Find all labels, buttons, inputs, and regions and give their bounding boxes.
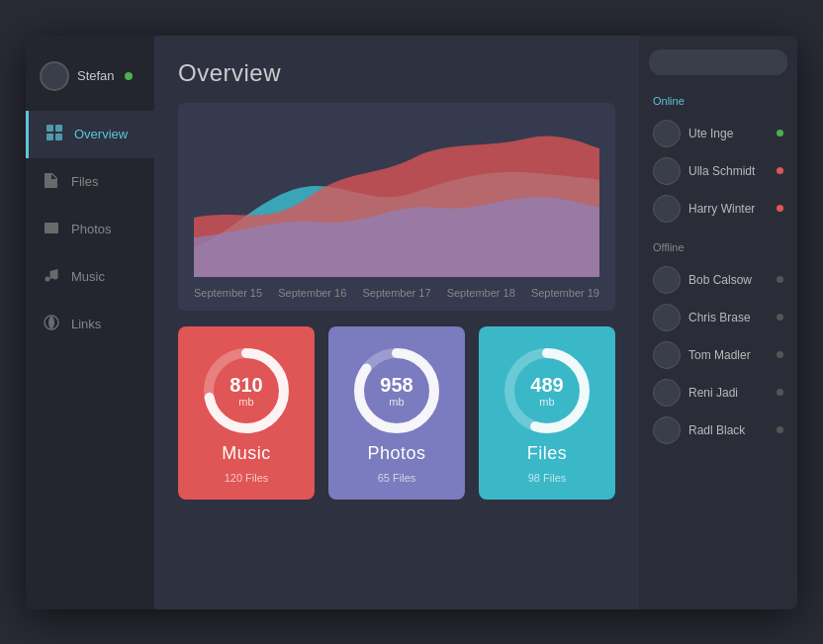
- donut-value: 958: [380, 374, 412, 396]
- card-name: Music: [222, 443, 271, 464]
- donut-unit: mb: [380, 396, 412, 408]
- sidebar-item-links[interactable]: Links: [26, 301, 154, 348]
- page-title: Overview: [178, 59, 615, 87]
- user-item-name: Chris Brase: [688, 311, 769, 324]
- svg-point-6: [46, 276, 50, 281]
- svg-rect-0: [46, 125, 53, 132]
- card-photos[interactable]: 958 mb Photos 65 Files: [328, 326, 465, 500]
- status-dot: [777, 205, 783, 212]
- status-dot: [777, 426, 783, 433]
- status-dot: [777, 130, 783, 137]
- card-name: Files: [527, 443, 568, 464]
- nav-label: Links: [71, 317, 101, 331]
- search-bar[interactable]: [649, 49, 787, 75]
- donut-unit: mb: [530, 396, 563, 408]
- donut-value: 489: [530, 374, 563, 396]
- svg-rect-2: [46, 134, 53, 140]
- chart-label: September 18: [447, 287, 515, 299]
- offline-user-item[interactable]: Reni Jadi: [649, 374, 787, 412]
- user-item-name: Bob Calsow: [688, 273, 769, 287]
- status-dot: [777, 314, 783, 321]
- status-dot: [777, 167, 783, 174]
- sidebar-item-overview[interactable]: Overview: [26, 111, 154, 158]
- user-item-name: Ute Inge: [688, 127, 769, 140]
- app-container: Stefan Overview Files Photos Music Links…: [26, 36, 797, 609]
- offline-user-item[interactable]: Chris Brase: [649, 299, 787, 336]
- user-name: Stefan: [77, 68, 115, 83]
- music-icon: [42, 266, 61, 288]
- links-icon: [42, 314, 61, 335]
- user-status-dot: [125, 72, 133, 80]
- sidebar-item-photos[interactable]: Photos: [26, 206, 154, 253]
- avatar: [653, 195, 681, 223]
- user-item-name: Radl Black: [688, 423, 769, 437]
- card-music[interactable]: 810 mb Music 120 Files: [178, 326, 315, 500]
- avatar: [40, 61, 69, 91]
- offline-label: Offline: [653, 241, 787, 253]
- sidebar: Stefan Overview Files Photos Music Links: [26, 36, 154, 609]
- card-files[interactable]: 489 mb Files 98 Files: [479, 326, 615, 500]
- card-files-count: 98 Files: [528, 472, 567, 484]
- photos-icon: [42, 219, 61, 240]
- donut-music: 810 mb: [202, 346, 291, 435]
- avatar: [653, 157, 681, 185]
- donut-photos: 958 mb: [352, 346, 441, 435]
- chart-labels: September 15September 16September 17Sept…: [194, 281, 599, 309]
- svg-point-5: [47, 226, 51, 230]
- main-content: Overview September 15September 16Septemb…: [154, 36, 639, 609]
- svg-rect-3: [55, 134, 62, 140]
- avatar: [653, 266, 681, 294]
- user-item-name: Harry Winter: [688, 202, 769, 216]
- status-dot: [777, 389, 783, 396]
- online-user-item[interactable]: Ulla Schmidt: [649, 152, 787, 190]
- donut-unit: mb: [229, 396, 262, 408]
- sidebar-item-files[interactable]: Files: [26, 158, 154, 206]
- user-item-name: Tom Madler: [688, 348, 769, 362]
- card-name: Photos: [367, 443, 425, 464]
- online-user-item[interactable]: Harry Winter: [649, 190, 787, 228]
- offline-user-item[interactable]: Radl Black: [649, 412, 787, 449]
- card-files-count: 120 Files: [225, 472, 269, 484]
- avatar: [653, 120, 681, 147]
- nav-label: Photos: [71, 222, 111, 236]
- online-user-item[interactable]: Ute Inge: [649, 115, 787, 152]
- online-label: Online: [653, 95, 787, 107]
- donut-value: 810: [229, 374, 262, 396]
- right-panel: Online Ute Inge Ulla Schmidt Harry Winte…: [639, 36, 797, 609]
- avatar: [653, 379, 681, 407]
- svg-rect-1: [55, 125, 62, 132]
- chart-area: September 15September 16September 17Sept…: [178, 103, 615, 311]
- avatar: [653, 341, 681, 369]
- sidebar-item-music[interactable]: Music: [26, 253, 154, 301]
- user-item-name: Reni Jadi: [688, 386, 769, 400]
- chart-svg: [194, 119, 599, 277]
- offline-user-item[interactable]: Bob Calsow: [649, 261, 787, 299]
- chart-label: September 17: [362, 287, 430, 299]
- chart-label: September 19: [531, 287, 599, 299]
- nav-label: Overview: [74, 127, 128, 141]
- chart-label: September 15: [194, 287, 262, 299]
- status-dot: [777, 276, 783, 283]
- overview-icon: [45, 124, 64, 145]
- donut-files: 489 mb: [503, 346, 592, 435]
- avatar: [653, 304, 681, 331]
- card-files-count: 65 Files: [378, 472, 416, 484]
- user-item-name: Ulla Schmidt: [688, 164, 769, 178]
- status-dot: [777, 351, 783, 358]
- cards-row: 810 mb Music 120 Files 958 mb Photos 65 …: [178, 326, 615, 500]
- offline-user-item[interactable]: Tom Madler: [649, 336, 787, 374]
- nav-label: Music: [71, 269, 105, 284]
- files-icon: [42, 171, 61, 193]
- avatar: [653, 416, 681, 444]
- nav-label: Files: [71, 174, 98, 189]
- sidebar-user: Stefan: [26, 46, 154, 111]
- chart-label: September 16: [278, 287, 346, 299]
